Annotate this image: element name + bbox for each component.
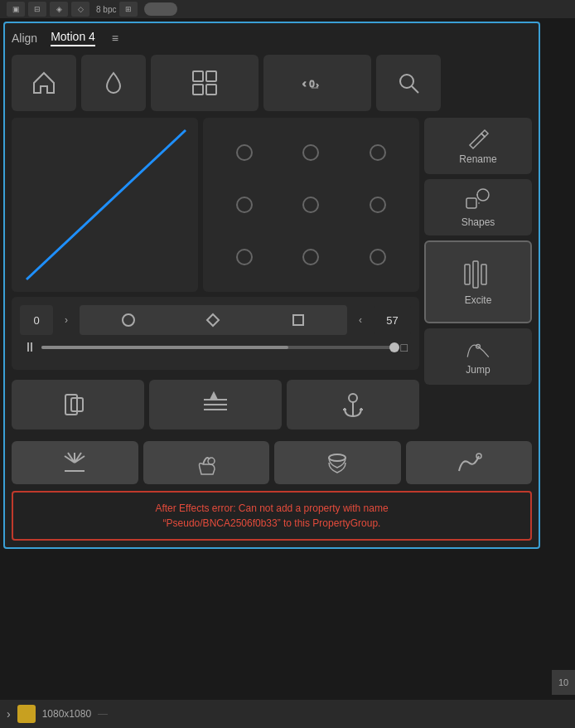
grid-points xyxy=(203,118,419,292)
controls-container: 0 › ‹ 57 xyxy=(12,297,419,370)
bottom-bar: › 1080x1080 — xyxy=(0,700,575,728)
excite-button[interactable]: Excite xyxy=(424,240,532,323)
slider-row: ⏸ □ xyxy=(20,340,411,355)
jump-button[interactable]: Jump xyxy=(424,328,532,385)
middle-left: 0 › ‹ 57 xyxy=(12,118,419,436)
svg-rect-0 xyxy=(193,71,203,81)
bottom-dash: — xyxy=(98,708,108,720)
grid-point-0-0[interactable] xyxy=(236,144,253,161)
svg-rect-28 xyxy=(465,265,470,284)
top-bar-icons: ▣ ⊟ ◈ ◇ 8 bpc ⊞ xyxy=(7,2,177,17)
icon-row: ‹ 0 › xyxy=(12,55,532,111)
svg-point-20 xyxy=(349,394,357,402)
svg-point-12 xyxy=(123,314,134,326)
svg-text:›: › xyxy=(316,81,319,90)
svg-point-33 xyxy=(208,458,215,464)
top-toggle[interactable] xyxy=(144,2,177,16)
svg-line-9 xyxy=(412,86,418,93)
home-button[interactable] xyxy=(12,55,76,111)
grid-point-2-2[interactable] xyxy=(370,249,386,265)
grid-point-0-2[interactable] xyxy=(370,144,386,161)
grid-point-0-1[interactable] xyxy=(302,144,319,161)
grid-point-2-1[interactable] xyxy=(302,249,319,265)
top-icon-1[interactable]: ▣ xyxy=(7,2,25,17)
jump-label: Jump xyxy=(466,364,490,376)
easing-preview[interactable] xyxy=(12,118,198,292)
right-edge-button[interactable]: 10 xyxy=(552,670,575,695)
svg-rect-13 xyxy=(293,315,303,325)
rename-button[interactable]: Rename xyxy=(424,118,532,174)
rename-label: Rename xyxy=(459,153,496,165)
svg-rect-1 xyxy=(206,71,216,81)
menu-icon[interactable]: ≡ xyxy=(112,32,118,45)
shapes-row xyxy=(80,305,347,335)
slider-track[interactable] xyxy=(41,346,394,349)
grid-point-2-0[interactable] xyxy=(236,249,253,265)
top-icon-2[interactable]: ⊟ xyxy=(28,2,46,17)
pause-icon: ⏸ xyxy=(23,340,35,355)
bottom-icon-row xyxy=(12,441,532,484)
fan-button[interactable] xyxy=(12,441,138,484)
slider-fill xyxy=(41,346,288,349)
panel-header: Align Motion 4 ≡ xyxy=(12,30,532,46)
right-panel: Rename Shapes Excite xyxy=(424,118,532,436)
right-number[interactable]: 57 xyxy=(374,305,411,335)
error-line1: After Effects error: Can not add a prope… xyxy=(155,502,388,514)
resolution-label: 1080x1080 xyxy=(42,708,91,720)
expand-icon[interactable]: › xyxy=(7,707,11,721)
split-button[interactable] xyxy=(12,380,144,430)
bpc-label: 8 bpc xyxy=(96,5,116,14)
svg-text:0: 0 xyxy=(309,79,314,89)
svg-rect-2 xyxy=(193,85,203,95)
right-arrow[interactable]: ‹ xyxy=(352,305,369,335)
drop-button[interactable] xyxy=(81,55,146,111)
shapes-button[interactable]: Shapes xyxy=(424,179,532,235)
svg-rect-24 xyxy=(466,198,476,208)
stack-button[interactable] xyxy=(274,441,401,484)
motion-tab[interactable]: Motion 4 xyxy=(51,30,95,46)
top-icon-4[interactable]: ◇ xyxy=(71,2,89,17)
color-swatch xyxy=(17,705,36,723)
svg-rect-3 xyxy=(206,85,216,95)
hand-button[interactable] xyxy=(143,441,270,484)
grid-button[interactable] xyxy=(151,55,259,111)
svg-rect-30 xyxy=(481,265,486,284)
end-icon: □ xyxy=(401,341,408,354)
controls-row: 0 › ‹ 57 xyxy=(20,305,411,335)
shapes-label: Shapes xyxy=(461,216,495,228)
svg-rect-29 xyxy=(473,261,478,288)
anchor-button[interactable] xyxy=(287,380,419,430)
grid-point-1-1[interactable] xyxy=(302,197,319,213)
error-line2: “Pseudo/BNCA2506f0b33” to this PropertyG… xyxy=(163,517,381,529)
excite-label: Excite xyxy=(465,294,492,306)
circle-shape[interactable] xyxy=(121,313,136,328)
svg-point-8 xyxy=(400,75,413,88)
align-button[interactable] xyxy=(149,380,282,430)
grid-point-1-0[interactable] xyxy=(236,197,253,213)
align-tab[interactable]: Align xyxy=(12,32,37,45)
motion-panel: Align Motion 4 ≡ ‹ 0 xyxy=(3,22,540,549)
svg-point-25 xyxy=(477,189,489,201)
code-button[interactable]: ‹ 0 › xyxy=(263,55,371,111)
top-bar: ▣ ⊟ ◈ ◇ 8 bpc ⊞ xyxy=(0,0,575,18)
svg-marker-19 xyxy=(210,393,217,400)
left-arrow[interactable]: › xyxy=(58,305,75,335)
square-shape[interactable] xyxy=(291,313,306,328)
top-icon-3[interactable]: ◈ xyxy=(50,2,68,17)
slider-thumb[interactable] xyxy=(389,342,399,352)
grid-point-1-2[interactable] xyxy=(370,197,386,213)
error-bar: After Effects error: Can not add a prope… xyxy=(12,491,532,541)
top-icon-5[interactable]: ⊞ xyxy=(119,2,138,17)
svg-point-34 xyxy=(329,454,345,461)
action-row xyxy=(12,380,419,430)
svg-text:‹: ‹ xyxy=(302,77,306,90)
curve-button[interactable] xyxy=(406,441,533,484)
left-number[interactable]: 0 xyxy=(20,305,53,335)
search-button[interactable] xyxy=(376,55,441,111)
diamond-shape[interactable] xyxy=(205,313,220,328)
